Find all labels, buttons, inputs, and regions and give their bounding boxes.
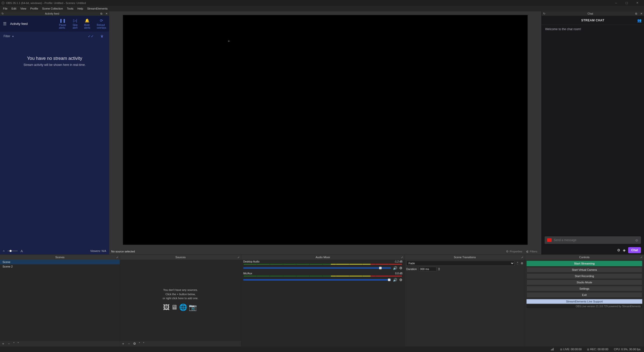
mixer-header: Audio Mixer ⤢ [241, 255, 405, 260]
menu-tools[interactable]: Tools [65, 6, 75, 11]
points-icon[interactable]: ◈ [623, 248, 626, 252]
mixer-body: Desktop Audio-1.2 dB 🔊 ⚙ Mic/Aux0.0 dB 🔊… [241, 260, 405, 346]
panels-row: Scenes ⤢ Scene Scene 2 ＋ － ˄ ˅ Sources ⤢… [0, 254, 644, 346]
volume-slider[interactable] [243, 279, 391, 281]
dock-close-icon[interactable]: ✕ [639, 12, 644, 15]
reload-icon[interactable]: ↻ [0, 12, 5, 15]
mute-alerts-label: Mute alerts [84, 24, 90, 29]
hamburger-icon[interactable]: ☰ [3, 21, 7, 26]
pause-alerts-button[interactable]: ❚❚Pause alerts [59, 18, 66, 29]
popout-icon[interactable]: ⤢ [401, 256, 403, 259]
text-size-slider[interactable]: A A [3, 249, 23, 253]
audio-track-desktop: Desktop Audio-1.2 dB 🔊 ⚙ [241, 260, 405, 272]
settings-gear-icon[interactable]: ⚙ [617, 248, 620, 252]
properties-button[interactable]: ⚙Properties [504, 249, 524, 254]
popout-icon[interactable]: ⤢ [640, 256, 642, 259]
wave-icon[interactable]: ✓✓ [88, 34, 94, 38]
mute-alerts-button[interactable]: 🔔Mute alerts [84, 18, 90, 29]
pause-alerts-label: Pause alerts [59, 24, 66, 29]
dock-close-icon[interactable]: ✕ [104, 12, 109, 15]
sources-empty-line1: You don't have any sources. [163, 288, 198, 292]
track-settings-button[interactable]: ⚙ [399, 266, 403, 270]
popout-icon[interactable]: ⧉ [99, 12, 104, 15]
crown-icon[interactable]: ♛ [100, 34, 104, 38]
status-bar: LIVE: 00:00:00 REC: 00:00:00 CPU: 0.5%, … [0, 346, 644, 352]
connection-icon [551, 348, 555, 350]
scene-item[interactable]: Scene [0, 260, 120, 264]
activity-body: You have no stream activity Stream activ… [0, 41, 109, 247]
start-streaming-button[interactable]: Start Streaming [527, 261, 642, 266]
transitions-header: Scene Transitions ⤢ [405, 255, 525, 260]
volume-slider[interactable] [243, 267, 391, 269]
chat-messages: Welcome to the chat room! [542, 25, 644, 234]
sources-list[interactable]: You don't have any sources. Click the + … [120, 260, 241, 340]
menu-view[interactable]: View [18, 6, 28, 11]
popout-icon[interactable]: ⤢ [237, 256, 239, 259]
track-name: Mic/Aux [243, 272, 252, 275]
filters-button[interactable]: ◐Filters [524, 249, 539, 254]
filter-icon: ◐ [526, 250, 529, 253]
track-settings-button[interactable]: ⚙ [399, 278, 403, 282]
mute-button[interactable]: 🔊 [393, 266, 397, 270]
move-scene-down-button[interactable]: ˅ [17, 342, 19, 345]
menu-file[interactable]: File [1, 6, 10, 11]
camera-badge-icon[interactable] [547, 238, 552, 242]
window-maximize-button[interactable]: ▢ [621, 0, 632, 6]
reload-icon[interactable]: ↻ [542, 12, 547, 15]
streamelements-support-button[interactable]: StreamElements Live Support [527, 299, 642, 304]
monitor-icon: 🖥 [171, 303, 179, 311]
emoji-icon[interactable]: ☺ [635, 238, 638, 242]
skip-alert-button[interactable]: ▷|Skip alert [73, 18, 77, 29]
popout-icon[interactable]: ⤢ [116, 256, 118, 259]
preview-canvas[interactable]: + [123, 15, 528, 245]
bell-icon: 🔔 [85, 18, 90, 23]
remove-scene-button[interactable]: － [7, 341, 11, 346]
reload-overlays-button[interactable]: ⟳Reload overlays [97, 18, 106, 29]
scenes-footer: ＋ － ˄ ˅ [0, 340, 120, 346]
filter-dropdown[interactable]: Filter [4, 34, 10, 38]
title-bar: OBS 26.1.1 (64-bit, windows) - Profile: … [0, 0, 644, 6]
duration-stepper[interactable]: ▴▾ [438, 267, 440, 271]
audio-meter [243, 275, 403, 277]
mute-button[interactable]: 🔊 [393, 278, 397, 282]
exit-button[interactable]: Exit [527, 292, 642, 298]
menu-help[interactable]: Help [75, 6, 85, 11]
chat-dock: ↻ Chat ⧉ ✕ STREAM CHAT 👥 Welcome to the … [541, 11, 644, 254]
duration-input[interactable] [419, 267, 436, 271]
activity-dock-title: Activity feed [5, 12, 99, 15]
source-settings-button[interactable]: ⚙ [133, 342, 136, 345]
move-source-down-button[interactable]: ˅ [143, 342, 145, 345]
popout-icon[interactable]: ⧉ [634, 12, 639, 15]
menu-scene-collection[interactable]: Scene Collection [40, 6, 65, 11]
menu-profile[interactable]: Profile [28, 6, 40, 11]
window-close-button[interactable]: ✕ [632, 0, 642, 6]
chat-send-button[interactable]: Chat [628, 247, 641, 253]
users-icon[interactable]: 👥 [637, 18, 642, 22]
slider-track[interactable] [8, 251, 18, 251]
scene-item[interactable]: Scene 2 [0, 264, 120, 269]
studio-mode-button[interactable]: Studio Mode [527, 280, 642, 285]
transition-add-remove[interactable]: ＋－ [516, 261, 519, 265]
transition-settings-button[interactable]: ⚙ [521, 262, 523, 265]
chat-header: STREAM CHAT 👥 [542, 16, 644, 25]
transitions-body: Fade ＋－ ⚙ Duration ▴▾ [405, 260, 525, 273]
move-source-up-button[interactable]: ˄ [139, 342, 140, 345]
start-virtual-camera-button[interactable]: Start Virtual Camera [527, 267, 642, 273]
menu-streamelements[interactable]: StreamElements [85, 6, 109, 11]
skip-alert-label: Skip alert [73, 24, 77, 29]
window-minimize-button[interactable]: ─ [611, 0, 621, 6]
start-recording-button[interactable]: Start Recording [527, 273, 642, 279]
move-scene-up-button[interactable]: ˄ [13, 342, 15, 345]
add-source-button[interactable]: ＋ [122, 341, 125, 346]
popout-icon[interactable]: ⤢ [521, 256, 523, 259]
remove-source-button[interactable]: － [127, 341, 131, 346]
menu-edit[interactable]: Edit [10, 6, 18, 11]
chat-input[interactable] [554, 238, 633, 242]
scenes-header: Scenes ⤢ [0, 255, 120, 260]
settings-button[interactable]: Settings [527, 286, 642, 291]
rec-status: REC: 00:00:00 [587, 348, 608, 351]
chevron-down-icon[interactable]: ▾ [12, 35, 14, 38]
add-scene-button[interactable]: ＋ [2, 341, 5, 346]
transition-select[interactable]: Fade [406, 261, 514, 266]
sources-header: Sources ⤢ [120, 255, 241, 260]
